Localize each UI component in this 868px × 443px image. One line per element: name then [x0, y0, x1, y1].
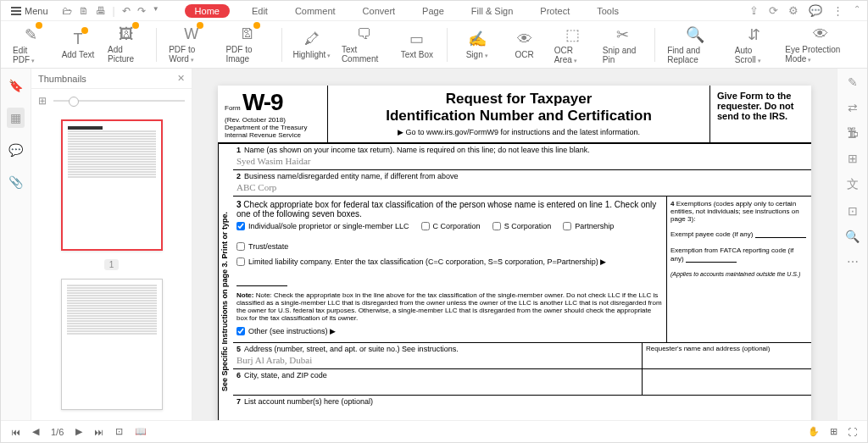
undo-icon[interactable]: ↶	[122, 5, 131, 17]
save-icon[interactable]: 🗎	[79, 5, 89, 17]
more-tool-icon[interactable]: ⋯	[847, 255, 859, 269]
edit-pdf-button[interactable]: ✎Edit PDF▾	[9, 24, 52, 66]
fatca-note: (Applies to accounts maintained outside …	[670, 271, 808, 277]
page-indicator[interactable]: 1/6	[51, 427, 64, 437]
field-1-value[interactable]: Syed Wasim Haidar	[236, 154, 808, 168]
llc-note: Note: Check the appropriate box in the l…	[236, 291, 662, 322]
merge-tool-icon[interactable]: ⊞	[848, 152, 858, 165]
check-trust[interactable]: Trust/estate	[236, 242, 288, 251]
nav-prev-icon[interactable]: ◀	[32, 426, 39, 437]
menu-button[interactable]: Menu	[8, 4, 52, 18]
snip-button[interactable]: ✂Snip and Pin	[599, 24, 646, 66]
field-2-value[interactable]: ABC Corp	[236, 180, 808, 194]
thumbnails-icon[interactable]: ▦	[7, 108, 25, 128]
document-viewport[interactable]: Form W-9 (Rev. October 2018) Department …	[192, 69, 837, 420]
collapse-icon[interactable]: ⌃	[854, 4, 860, 17]
form-give: Give Form to the requester. Do not send …	[709, 86, 811, 142]
auto-scroll-button[interactable]: ⇵Auto Scroll▾	[732, 24, 777, 66]
text-comment-button[interactable]: 🗨Text Comment	[338, 24, 391, 66]
search-tool-icon[interactable]: 🔍	[845, 230, 860, 243]
ocr-area-button[interactable]: ⬚OCR Area▾	[551, 24, 594, 66]
bookmark-icon[interactable]: 🔖	[5, 75, 26, 96]
convert-tool-icon[interactable]: ⇄	[848, 101, 858, 114]
read-mode-icon[interactable]: 📖	[135, 426, 147, 437]
edit-tool-icon[interactable]: ✎	[848, 75, 858, 89]
fullscreen-icon[interactable]: ⛶	[848, 427, 857, 437]
thumb-size-slider[interactable]	[53, 100, 185, 102]
field-5-value[interactable]: Burj Al Arab, Dubai	[236, 353, 638, 367]
check-llc[interactable]: Limited liability company. Enter the tax…	[236, 257, 606, 266]
pdf-to-image-button[interactable]: 🖻PDF to Image	[222, 24, 273, 66]
check-individual[interactable]: Individual/sole proprietor or single-mem…	[236, 222, 409, 230]
check-scorp[interactable]: S Corporation	[492, 222, 552, 230]
highlight-button[interactable]: 🖍Highlight▾	[291, 24, 333, 66]
close-icon[interactable]: ✕	[177, 73, 185, 84]
sign-button[interactable]: ✍Sign▾	[456, 24, 498, 66]
sign-icon: ✍	[468, 30, 487, 48]
text-box-icon: ▭	[409, 30, 424, 48]
crop-tool-icon[interactable]: ⊡	[848, 204, 858, 218]
add-picture-button[interactable]: 🖼Add Picture	[104, 24, 147, 66]
tab-home[interactable]: Home	[185, 4, 230, 18]
hand-tool-icon[interactable]: ✋	[808, 426, 820, 437]
thumbnail-page-2[interactable]	[61, 279, 163, 410]
check-ccorp[interactable]: C Corporation	[421, 222, 481, 230]
open-icon[interactable]: 🗁	[62, 5, 72, 17]
field-5-label: Address (number, street, and apt. or sui…	[244, 345, 459, 353]
snip-icon: ✂	[616, 25, 629, 44]
check-partnership[interactable]: Partnership	[563, 222, 614, 230]
tab-edit[interactable]: Edit	[247, 4, 273, 18]
nav-first-icon[interactable]: ⏮	[11, 427, 20, 437]
rot-text-2: See Specific Instructions on page 3.	[220, 261, 229, 391]
tab-convert[interactable]: Convert	[358, 4, 401, 18]
auto-scroll-icon: ⇵	[748, 25, 760, 44]
page-number-1: 1	[104, 259, 120, 270]
form-number: W-9	[242, 89, 283, 115]
translate-tool-icon[interactable]: 文	[847, 177, 859, 192]
view-mode-icon[interactable]: ⊞	[830, 426, 837, 437]
thumb-options-icon[interactable]: ⊞	[38, 95, 47, 107]
field-4-label: Exemptions (codes apply only to certain …	[670, 200, 799, 223]
ocr-button[interactable]: 👁OCR	[504, 24, 546, 66]
find-replace-button[interactable]: 🔍Find and Replace	[664, 24, 726, 66]
thumbnail-page-1[interactable]	[61, 119, 163, 251]
compress-tool-icon[interactable]: 🗜	[847, 126, 859, 140]
exempt-payee-label: Exempt payee code (if any)	[670, 230, 753, 238]
tab-fillsign[interactable]: Fill & Sign	[466, 4, 519, 18]
eye-icon: 👁	[813, 25, 828, 43]
add-picture-icon: 🖼	[119, 25, 134, 43]
add-text-icon: T	[74, 30, 83, 48]
attachments-icon[interactable]: 📎	[5, 172, 26, 192]
nav-last-icon[interactable]: ⏭	[94, 427, 103, 437]
form-rev: (Rev. October 2018)	[225, 116, 286, 124]
nav-next-icon[interactable]: ▶	[75, 426, 82, 437]
tab-comment[interactable]: Comment	[290, 4, 341, 18]
form-title-1: Request for Taxpayer	[333, 91, 704, 108]
qat-dropdown-icon[interactable]: ▼	[153, 5, 159, 17]
search-icon: 🔍	[686, 25, 704, 44]
pdf-to-word-button[interactable]: WPDF to Word▾	[165, 24, 217, 66]
field-2-label: Business name/disregarded entity name, i…	[244, 172, 458, 180]
text-box-button[interactable]: ▭Text Box	[396, 24, 438, 66]
fit-page-icon[interactable]: ⊡	[115, 426, 123, 437]
print-icon[interactable]: 🖶	[96, 5, 106, 17]
field-6-label: City, state, and ZIP code	[244, 371, 327, 379]
pdf-to-word-icon: W	[184, 25, 198, 43]
menu-label: Menu	[25, 6, 48, 16]
tab-tools[interactable]: Tools	[592, 4, 624, 18]
field-3-label: Check appropriate box for federal tax cl…	[236, 200, 656, 219]
refresh-icon[interactable]: ⟳	[769, 4, 778, 17]
more-icon[interactable]: ⋮	[832, 4, 843, 17]
tab-protect[interactable]: Protect	[535, 4, 575, 18]
check-other[interactable]: Other (see instructions) ▶	[236, 327, 336, 335]
redo-icon[interactable]: ↷	[137, 5, 146, 17]
eye-protection-button[interactable]: 👁Eye Protection Mode▾	[782, 24, 859, 66]
tab-page[interactable]: Page	[417, 4, 449, 18]
settings-icon[interactable]: ⚙	[788, 4, 798, 17]
feedback-icon[interactable]: 💬	[809, 4, 822, 17]
share-icon[interactable]: ⇪	[749, 4, 759, 17]
comments-icon[interactable]: 💬	[5, 140, 26, 160]
add-text-button[interactable]: TAdd Text	[57, 24, 99, 66]
edit-pdf-icon: ✎	[25, 25, 37, 44]
form-dept: Department of the Treasury	[225, 124, 307, 131]
